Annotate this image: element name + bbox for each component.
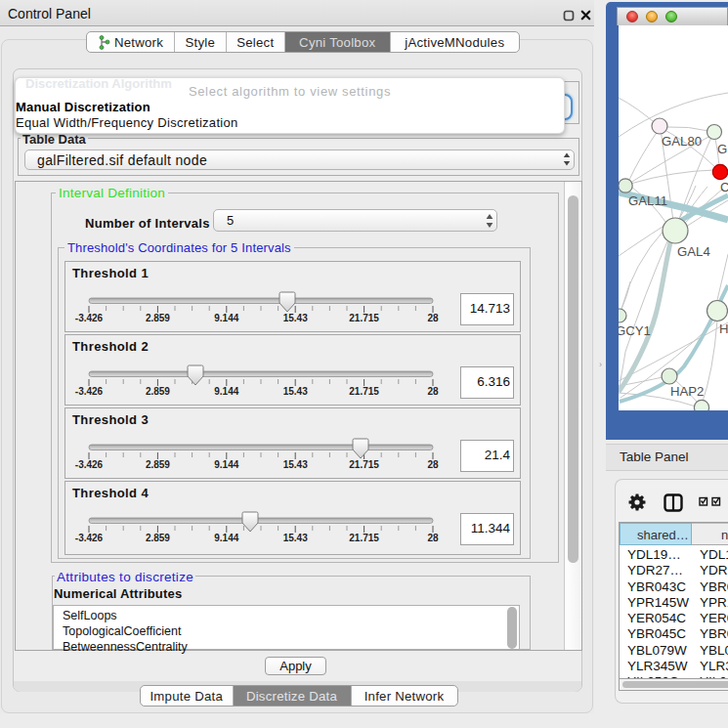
svg-text:G.: G. — [717, 142, 728, 156]
svg-text:GAL11: GAL11 — [628, 193, 667, 208]
svg-text:GCY1: GCY1 — [619, 323, 651, 338]
svg-text:HAP2: HAP2 — [670, 384, 704, 399]
svg-text:GAL4: GAL4 — [677, 244, 710, 259]
svg-text:H: H — [719, 321, 728, 336]
svg-text:GAL80: GAL80 — [662, 134, 702, 149]
svg-text:C: C — [720, 180, 728, 194]
